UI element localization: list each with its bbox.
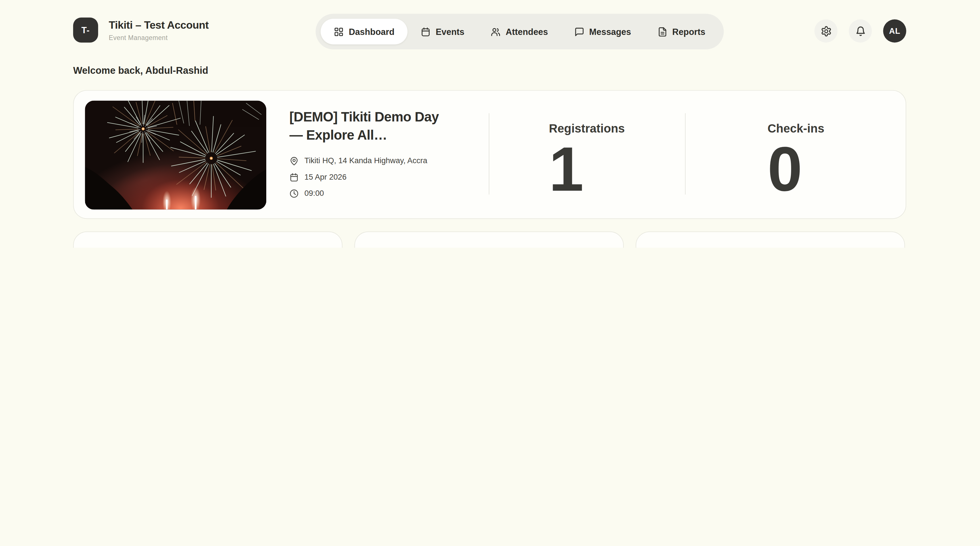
event-date-row: 15 Apr 2026: [289, 169, 458, 185]
gear-icon: [820, 25, 832, 37]
welcome-heading: Welcome back, Abdul-Rashid: [73, 65, 208, 76]
event-time: 09:00: [304, 189, 324, 198]
nav-tab-label: Dashboard: [349, 27, 395, 37]
event-registrations-stat: Registrations 1: [489, 91, 685, 219]
nav-tab-messages[interactable]: Messages: [561, 19, 644, 44]
nav-tab-dashboard[interactable]: Dashboard: [321, 19, 408, 44]
event-location-row: Tikiti HQ, 14 Kanda Highway, Accra: [289, 153, 458, 169]
map-pin-icon: [289, 156, 299, 166]
clock-icon: [289, 189, 299, 198]
event-time-row: 09:00: [289, 185, 458, 201]
nav-tab-label: Attendees: [506, 27, 548, 37]
total-events-card: Total Events 1 All Time Events: [73, 231, 342, 248]
calendar-icon: [421, 27, 431, 37]
nav-tab-events[interactable]: Events: [407, 19, 477, 44]
event-cover-image: [85, 101, 266, 210]
event-date: 15 Apr 2026: [304, 172, 347, 181]
topbar-actions: AL: [815, 19, 906, 43]
settings-button[interactable]: [815, 19, 838, 43]
org-brand: T- Tikiti – Test Account Event Managemen…: [73, 18, 209, 43]
org-name: Tikiti – Test Account: [109, 19, 209, 32]
event-title: [DEMO] Tikiti Demo Day — Explore All…: [289, 108, 445, 144]
calendar-icon: [289, 172, 299, 182]
users-icon: [490, 27, 501, 37]
org-logo: T-: [73, 18, 98, 43]
nav-tab-reports[interactable]: Reports: [644, 19, 719, 44]
total-attendees-card: Total Attendees 2 All Time Registrations: [355, 231, 624, 248]
user-avatar[interactable]: AL: [883, 19, 906, 43]
dashboard-page: T- Tikiti – Test Account Event Managemen…: [0, 0, 980, 248]
stat-value: 1: [549, 141, 625, 197]
nav-tab-label: Messages: [589, 27, 631, 37]
event-checkins-stat: Check-ins 0: [685, 91, 907, 219]
featured-event-card[interactable]: [DEMO] Tikiti Demo Day — Explore All… Ti…: [73, 90, 906, 219]
stats-row: Total Events 1 All Time Events Total Att…: [73, 231, 905, 248]
bell-icon: [855, 25, 866, 37]
nav-tab-label: Reports: [672, 27, 705, 37]
dashboard-grid-icon: [334, 27, 344, 37]
message-bubble-icon: [574, 27, 584, 37]
stat-value: 0: [768, 141, 824, 197]
notifications-button[interactable]: [849, 19, 872, 43]
event-location: Tikiti HQ, 14 Kanda Highway, Accra: [304, 156, 427, 165]
org-subtitle: Event Management: [109, 34, 209, 41]
nav-tab-attendees[interactable]: Attendees: [477, 19, 561, 44]
main-nav: Dashboard Events Attendees Messages Repo…: [316, 14, 723, 49]
document-icon: [657, 27, 667, 37]
tickets-sold-card: Tickets Sold 1 All Time Tickets: [636, 231, 905, 248]
nav-tab-label: Events: [436, 27, 465, 37]
